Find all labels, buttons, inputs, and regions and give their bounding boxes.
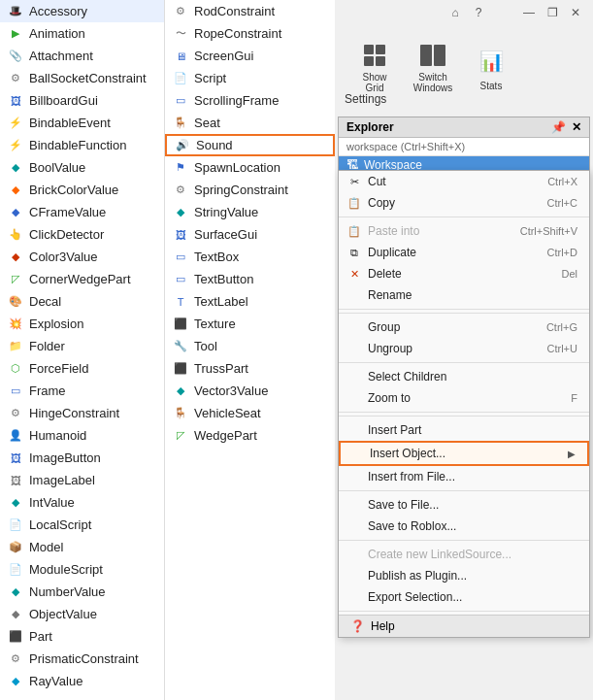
stats-button[interactable]: 📊 Stats — [466, 39, 516, 97]
list-item[interactable]: 🔧Tool — [165, 335, 335, 357]
menu-item-copy[interactable]: 📋CopyCtrl+C — [339, 192, 589, 214]
explorer-pin-icon[interactable]: 📌 — [551, 120, 566, 134]
help-section[interactable]: ❓Help — [339, 615, 589, 637]
list-item[interactable]: 🔊Sound — [165, 134, 335, 156]
list-item[interactable]: ◆BrickColorValue — [0, 179, 164, 201]
item-icon: 🖼 — [8, 450, 23, 466]
list-item[interactable]: ◆NumberValue — [0, 581, 164, 603]
list-item[interactable]: 👤Humanoid — [0, 424, 164, 447]
menu-item-duplicate[interactable]: ⧉DuplicateCtrl+D — [339, 242, 589, 263]
list-item[interactable]: 🖼ImageButton — [0, 447, 164, 469]
menu-item-ungroup[interactable]: UngroupCtrl+U — [339, 338, 589, 359]
item-label: SpawnLocation — [194, 160, 280, 175]
list-item[interactable]: ▭TextBox — [165, 246, 335, 268]
list-item[interactable]: ⬛TrussPart — [165, 357, 335, 380]
help-btn[interactable]: ? — [471, 5, 486, 20]
menu-item-insert-from-file---[interactable]: Insert from File... — [339, 466, 589, 487]
item-icon: ⚙ — [173, 183, 188, 198]
list-item[interactable]: ▭TextButton — [165, 268, 335, 290]
switch-windows-button[interactable]: Switch Windows — [405, 39, 461, 97]
list-item[interactable]: ⚙SpringConstraint — [165, 179, 335, 201]
item-label: Script — [194, 71, 226, 85]
list-item[interactable]: 🖼ImageLabel — [0, 469, 164, 491]
menu-separator — [339, 313, 589, 314]
list-item[interactable]: 🖼BillboardGui — [0, 89, 164, 112]
list-item[interactable]: TTextLabel — [165, 290, 335, 313]
menu-item-icon: ✕ — [346, 266, 362, 282]
explorer-close-icon[interactable]: ✕ — [572, 120, 581, 134]
list-item[interactable]: ⚑SpawnLocation — [165, 156, 335, 179]
list-item[interactable]: 📦Model — [0, 536, 164, 558]
list-item[interactable]: ▶Animation — [0, 22, 164, 45]
menu-item-save-to-file---[interactable]: Save to File... — [339, 494, 589, 516]
list-item[interactable]: ◆CFrameValue — [0, 201, 164, 223]
item-icon: 👆 — [8, 227, 23, 243]
list-item[interactable]: ⚙BallSocketConstraint — [0, 67, 164, 89]
list-item[interactable]: 🪑Seat — [165, 112, 335, 134]
item-label: TextButton — [194, 272, 253, 286]
show-grid-button[interactable]: Show Grid — [349, 39, 400, 97]
list-item[interactable]: ◆IntValue — [0, 491, 164, 514]
list-item[interactable]: ◆Color3Value — [0, 246, 164, 268]
show-grid-label: Show Grid — [353, 72, 396, 93]
item-label: VehicleSeat — [194, 406, 261, 420]
list-item[interactable]: ◆ObjectValue — [0, 603, 164, 625]
menu-item-insert-part[interactable]: Insert Part — [339, 419, 589, 441]
menu-item-rename[interactable]: Rename — [339, 284, 589, 306]
list-item[interactable]: 📁Folder — [0, 335, 164, 357]
menu-item-group[interactable]: GroupCtrl+G — [339, 317, 589, 338]
list-item[interactable]: 🎩Accessory — [0, 0, 164, 22]
list-item[interactable]: ⚡BindableFunction — [0, 134, 164, 156]
menu-item-shortcut: Ctrl+U — [547, 343, 577, 354]
list-item[interactable]: 📄Script — [165, 67, 335, 89]
list-item[interactable]: ▭ScrollingFrame — [165, 89, 335, 112]
item-label: Attachment — [29, 49, 93, 63]
list-item[interactable]: ⚙HingeConstraint — [0, 402, 164, 424]
list-item[interactable]: ◆StringValue — [165, 201, 335, 223]
list-item[interactable]: 🖼SurfaceGui — [165, 223, 335, 246]
list-item[interactable]: ▭Frame — [0, 380, 164, 402]
list-item[interactable]: 🪑VehicleSeat — [165, 402, 335, 424]
item-icon: 📄 — [8, 562, 23, 578]
menu-item-cut[interactable]: ✂CutCtrl+X — [339, 171, 589, 192]
menu-item-export-selection---[interactable]: Export Selection... — [339, 586, 589, 608]
menu-item-zoom-to[interactable]: Zoom toF — [339, 387, 589, 409]
list-item[interactable]: 📄ModuleScript — [0, 558, 164, 581]
list-item[interactable]: 📄LocalScript — [0, 514, 164, 536]
menu-item-delete[interactable]: ✕DeleteDel — [339, 263, 589, 284]
list-item[interactable]: ◆BoolValue — [0, 156, 164, 179]
maximize-btn[interactable]: ❐ — [544, 5, 560, 20]
item-label: RayValue — [29, 674, 82, 688]
list-item[interactable]: ⬛Part — [0, 625, 164, 648]
list-item[interactable]: 📎Attachment — [0, 45, 164, 67]
menu-item-publish-as-plugin---[interactable]: Publish as Plugin... — [339, 565, 589, 586]
list-item[interactable]: ⚡BindableEvent — [0, 112, 164, 134]
list-item[interactable]: ⚙PrismaticConstraint — [0, 648, 164, 670]
item-icon: ▭ — [173, 250, 188, 265]
menu-item-label: Delete — [368, 267, 402, 281]
menu-item-select-children[interactable]: Select Children — [339, 366, 589, 387]
list-item[interactable]: ◆RayValue — [0, 670, 164, 692]
menu-item-create-new-linkedsource---: Create new LinkedSource... — [339, 544, 589, 565]
list-item[interactable]: ◸WedgePart — [165, 424, 335, 447]
item-label: Vector3Value — [194, 383, 268, 398]
list-item[interactable]: 💥Explosion — [0, 313, 164, 335]
list-item[interactable]: 🖥ScreenGui — [165, 45, 335, 67]
menu-item-label: Duplicate — [368, 246, 416, 259]
item-icon: ⚙ — [8, 406, 23, 421]
item-label: ScrollingFrame — [194, 93, 279, 108]
back-btn[interactable]: ⌂ — [447, 5, 463, 20]
list-item[interactable]: ◆Vector3Value — [165, 380, 335, 402]
close-btn[interactable]: ✕ — [568, 5, 583, 20]
list-item[interactable]: ⬡ForceField — [0, 357, 164, 380]
list-item[interactable]: ◸CornerWedgePart — [0, 268, 164, 290]
menu-item-insert-object---[interactable]: Insert Object...▶ — [339, 441, 589, 466]
minimize-btn[interactable]: — — [521, 5, 537, 20]
explorer-search[interactable]: workspace (Ctrl+Shift+X) — [339, 138, 589, 156]
list-item[interactable]: 〜RopeConstraint — [165, 22, 335, 45]
list-item[interactable]: ⬛Texture — [165, 313, 335, 335]
list-item[interactable]: 🎨Decal — [0, 290, 164, 313]
list-item[interactable]: ⚙RodConstraint — [165, 0, 335, 22]
list-item[interactable]: 👆ClickDetector — [0, 223, 164, 246]
menu-item-save-to-roblox---[interactable]: Save to Roblox... — [339, 516, 589, 537]
